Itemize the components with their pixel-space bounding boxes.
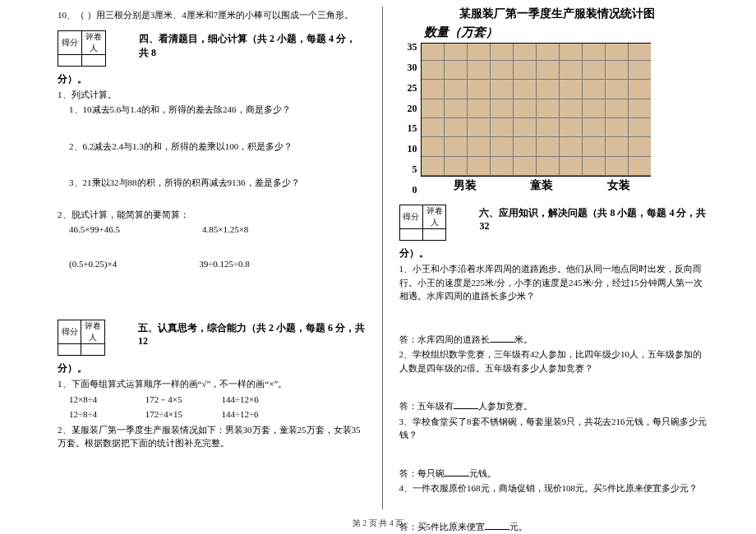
expr-a2: 4.85×1.25×8 — [202, 224, 248, 234]
score-blank[interactable] — [399, 229, 422, 241]
s5-2: 2、某服装厂第一季度生产服装情况如下：男装30万套，童装25万套，女装35万套。… — [58, 423, 366, 450]
section-6-title: 六、应用知识，解决问题（共 8 小题，每题 4 分，共 32 — [479, 206, 707, 232]
a6-3-prefix: 答：每只碗 — [399, 468, 445, 478]
section-4-title: 四、看清题目，细心计算（共 2 小题，每题 4 分，共 8 — [139, 32, 366, 60]
score-label: 得分 — [58, 30, 82, 54]
score-blank[interactable] — [58, 344, 81, 356]
y-axis: 35 30 25 20 15 10 5 0 — [408, 42, 421, 195]
score-box-sec5: 得分 评卷人 — [58, 320, 105, 356]
a6-1-prefix: 答：水库四周的道路长 — [399, 334, 490, 344]
section-4-points-close: 分）。 — [58, 71, 366, 86]
grader-blank[interactable] — [422, 229, 445, 241]
a6-2-prefix: 答：五年级有 — [399, 401, 454, 411]
ytick: 20 — [408, 104, 417, 113]
s4-1-1: 1、10减去5.6与1.4的和，所得的差去除246，商是多少？ — [69, 103, 366, 117]
ytick: 15 — [408, 123, 417, 133]
expr-row-1: 46.5×99+46.5 4.85×1.25×8 — [69, 224, 366, 234]
score-blank[interactable] — [58, 54, 82, 66]
q6-2: 2、学校组织数学竞赛，三年级有42人参加，比四年级少10人，五年级参加的人数是四… — [399, 348, 708, 375]
section-5-title: 五、认真思考，综合能力（共 2 小题，每题 6 分，共 12 — [138, 321, 366, 348]
s5-1-row1a: 12×8÷4 — [69, 393, 143, 407]
ytick: 35 — [408, 42, 417, 52]
s5-1-row2b: 172÷4×15 — [145, 407, 219, 421]
x-axis: 男装 童装 女装 — [427, 178, 657, 193]
page: 10、（ ）用三根分别是3厘米、4厘米和7厘米的小棒可以围成一个三角形。 得分 … — [0, 0, 756, 509]
chart-grid — [421, 43, 651, 177]
xcat: 男装 — [454, 178, 477, 193]
a6-2: 答：五年级有人参加竞赛。 — [399, 399, 708, 413]
s4-1-heading: 1、列式计算。 — [58, 88, 366, 102]
s5-1-row1c: 144÷12×6 — [222, 393, 296, 407]
a6-3-suffix: 元钱。 — [469, 468, 496, 478]
s5-1-row2: 12÷8÷4 172÷4×15 144÷12÷6 — [69, 407, 366, 421]
expr-b1: (0.5+0.25)×4 — [69, 259, 117, 269]
s4-1-3: 3、21乘以32与88的积，所得的积再减去9136，差是多少？ — [69, 176, 366, 190]
chart: 某服装厂第一季度生产服装情况统计图 数量（万套） 35 30 25 20 15 … — [408, 7, 708, 193]
right-column: 某服装厂第一季度生产服装情况统计图 数量（万套） 35 30 25 20 15 … — [399, 7, 708, 509]
blank-field[interactable] — [454, 408, 478, 409]
ytick: 0 — [408, 185, 417, 195]
section-5-header: 得分 评卷人 五、认真思考，综合能力（共 2 小题，每题 6 分，共 12 — [58, 313, 366, 357]
grader-label: 评卷人 — [81, 320, 104, 344]
grader-blank[interactable] — [81, 344, 104, 356]
q6-3: 3、学校食堂买了8套不锈钢碗，每套里装9只，共花去216元钱，每只碗多少元钱？ — [399, 415, 708, 442]
xcat: 童装 — [530, 178, 553, 193]
a6-1: 答：水库四周的道路长米。 — [399, 333, 708, 347]
score-label: 得分 — [58, 320, 81, 344]
section-4-header: 得分 评卷人 四、看清题目，细心计算（共 2 小题，每题 4 分，共 8 — [58, 24, 366, 68]
ytick: 5 — [408, 164, 417, 174]
s5-1-row2a: 12÷8÷4 — [69, 407, 143, 421]
expr-b2: 39÷0.125÷0.8 — [199, 259, 250, 269]
q6-1: 1、小王和小李沿着水库四周的道路跑步。他们从同一地点同时出发，反向而行。小王的速… — [399, 262, 708, 303]
grader-label: 评卷人 — [422, 205, 445, 229]
section-6-points-close: 分）。 — [399, 246, 708, 260]
q6-4: 4、一件衣服原价168元，商场促销，现价108元。买5件比原来便宜多少元？ — [399, 481, 708, 495]
s5-1-row2c: 144÷12÷6 — [222, 407, 296, 421]
ytick: 30 — [408, 62, 417, 72]
chart-title: 某服装厂第一季度生产服装情况统计图 — [408, 7, 708, 21]
chart-body: 35 30 25 20 15 10 5 0 — [408, 42, 708, 195]
s5-1-row1: 12×8÷4 172－4×5 144÷12×6 — [69, 393, 366, 407]
grader-blank[interactable] — [81, 54, 105, 66]
left-column: 10、（ ）用三根分别是3厘米、4厘米和7厘米的小棒可以围成一个三角形。 得分 … — [58, 7, 366, 509]
score-box-sec6: 得分 评卷人 — [399, 205, 447, 241]
s4-1-2: 2、6.2减去2.4与1.3的和，所得的差乘以100，积是多少？ — [69, 140, 366, 154]
expr-a1: 46.5×99+46.5 — [69, 224, 120, 234]
xcat: 女装 — [607, 178, 630, 193]
section-6-header: 得分 评卷人 六、应用知识，解决问题（共 8 小题，每题 4 分，共 32 — [399, 198, 708, 242]
a6-3: 答：每只碗元钱。 — [399, 467, 708, 481]
a6-2-suffix: 人参加竞赛。 — [478, 401, 532, 411]
score-label: 得分 — [399, 205, 422, 229]
ytick: 10 — [408, 144, 417, 154]
section-5-points-close: 分）。 — [58, 361, 366, 375]
chart-ylabel: 数量（万套） — [424, 25, 708, 40]
grader-label: 评卷人 — [81, 30, 105, 54]
s5-1-row1b: 172－4×5 — [145, 393, 219, 407]
page-footer: 第 2 页 共 4 页 — [0, 518, 756, 529]
score-box-sec4: 得分 评卷人 — [58, 30, 106, 67]
blank-field[interactable] — [490, 342, 514, 343]
blank-field[interactable] — [445, 476, 469, 476]
ytick: 25 — [408, 83, 417, 93]
expr-row-2: (0.5+0.25)×4 39÷0.125÷0.8 — [69, 259, 366, 269]
column-divider — [382, 7, 383, 509]
s5-1: 1、下面每组算式运算顺序一样的画“√”，不一样的画“×”。 — [58, 377, 366, 391]
s4-2-heading: 2、脱式计算，能简算的要简算： — [58, 208, 366, 222]
q10: 10、（ ）用三根分别是3厘米、4厘米和7厘米的小棒可以围成一个三角形。 — [58, 8, 366, 22]
a6-1-suffix: 米。 — [514, 334, 532, 344]
